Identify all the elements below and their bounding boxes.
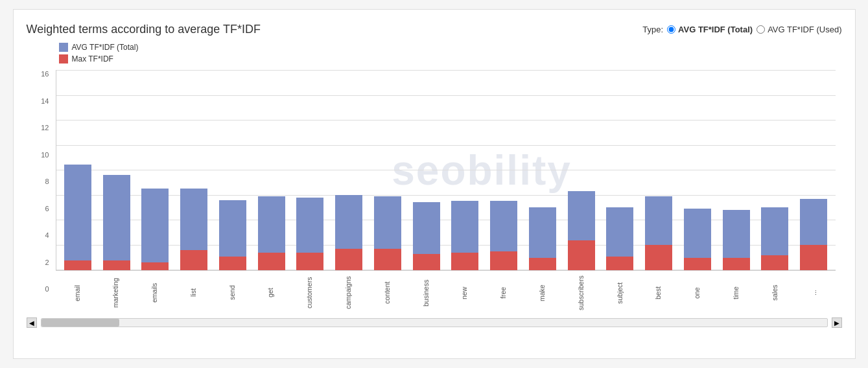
x-axis-label: ... (795, 273, 832, 312)
bar-stack (723, 210, 750, 270)
bar-blue (335, 195, 362, 249)
bar-red (180, 250, 207, 270)
x-axis-label: one (679, 273, 716, 312)
type-radio-used[interactable] (757, 25, 765, 34)
y-axis-label: 16 (30, 70, 49, 78)
bar-blue (413, 202, 440, 253)
bar-stack (103, 175, 130, 270)
x-axis-label: free (485, 273, 522, 312)
x-axis-label: subscribers (563, 273, 600, 312)
bar-red (451, 253, 478, 270)
bar-group (486, 201, 522, 270)
x-axis-label: business (408, 273, 445, 312)
bar-blue (800, 199, 827, 246)
scroll-left-arrow[interactable]: ◀ (27, 317, 37, 328)
bar-group (369, 196, 406, 270)
bar-red (800, 245, 827, 270)
bar-stack (219, 200, 246, 271)
x-axis-label: campaigns (330, 273, 367, 312)
legend: AVG TF*IDF (Total) Max TF*IDF (59, 43, 842, 63)
y-axis-label: 2 (30, 259, 49, 266)
bar-blue (180, 189, 207, 250)
y-axis-label: 12 (30, 124, 49, 132)
bar-blue (296, 198, 323, 253)
type-label: Type: (642, 25, 663, 34)
x-axis-label: emails (136, 273, 173, 312)
bar-blue (374, 196, 401, 249)
bar-stack (761, 207, 788, 270)
bar-stack (490, 201, 517, 270)
bar-stack (529, 207, 556, 270)
legend-label-avg: AVG TF*IDF (Total) (72, 43, 139, 52)
bar-blue (645, 196, 672, 246)
bar-red (568, 240, 595, 271)
bar-red (219, 257, 246, 270)
bar-blue (529, 207, 556, 258)
bar-blue (219, 200, 246, 257)
type-option-total-label: AVG TF*IDF (Total) (678, 25, 753, 34)
bar-group (757, 207, 793, 270)
x-axis-label: sales (757, 273, 793, 312)
bar-stack (296, 198, 323, 270)
bar-blue (490, 201, 517, 251)
scroll-track[interactable] (41, 318, 828, 327)
y-axis: 0246810121416 (30, 70, 49, 293)
bar-red (64, 260, 91, 271)
bar-stack (180, 189, 207, 270)
bar-group (795, 199, 832, 270)
bar-stack (568, 191, 595, 270)
bar-blue (103, 175, 130, 260)
bar-group (98, 175, 135, 270)
y-axis-label: 0 (30, 285, 49, 293)
bar-group (408, 202, 445, 270)
x-axis-label: list (175, 273, 212, 312)
bar-red (374, 249, 401, 270)
x-axis-label: email (59, 273, 96, 312)
bar-blue (568, 191, 595, 240)
type-selector: Type: AVG TF*IDF (Total) AVG TF*IDF (Use… (642, 25, 841, 34)
bars-wrapper (56, 70, 836, 270)
chart-header: Weighted terms according to average TF*I… (27, 23, 842, 36)
bar-group (524, 207, 561, 270)
bar-blue (723, 210, 750, 258)
bar-stack (258, 196, 285, 270)
y-axis-label: 6 (30, 205, 49, 213)
type-option-total[interactable]: AVG TF*IDF (Total) (667, 25, 753, 34)
bar-red (103, 260, 130, 271)
bar-group (331, 195, 368, 270)
bar-blue (684, 209, 711, 258)
chart-container: Weighted terms according to average TF*I… (13, 9, 856, 359)
x-axis-label: best (640, 273, 677, 312)
legend-label-max: Max TF*IDF (72, 54, 113, 63)
bar-red (258, 253, 285, 270)
bar-blue (606, 207, 633, 257)
type-option-used[interactable]: AVG TF*IDF (Used) (757, 25, 841, 34)
bar-group (602, 207, 639, 270)
y-axis-label: 8 (30, 178, 49, 185)
x-axis-label: time (718, 273, 755, 312)
bar-group (137, 189, 174, 270)
type-radio-total[interactable] (667, 25, 675, 34)
bar-blue (64, 165, 91, 260)
scroll-thumb[interactable] (41, 319, 119, 327)
x-axis-label: new (446, 273, 483, 312)
bar-stack (800, 199, 827, 270)
x-axis-label: content (369, 273, 406, 312)
bar-blue (761, 207, 788, 255)
legend-item-max: Max TF*IDF (59, 54, 842, 63)
x-axis-label: get (252, 273, 289, 312)
bar-stack (684, 209, 711, 270)
type-option-used-label: AVG TF*IDF (Used) (768, 25, 841, 34)
y-axis-label: 10 (30, 151, 49, 159)
bar-red (490, 251, 517, 270)
chart-area: 0246810121416 seobility emailmarketingem… (56, 70, 836, 312)
bar-red (335, 249, 362, 270)
bar-group (60, 165, 97, 270)
bar-group (215, 200, 252, 271)
bar-stack (64, 165, 91, 270)
scroll-right-arrow[interactable]: ▶ (832, 317, 842, 328)
bar-group (253, 196, 290, 270)
bar-blue (258, 196, 285, 253)
legend-color-max (59, 54, 68, 63)
bar-stack (606, 207, 633, 270)
